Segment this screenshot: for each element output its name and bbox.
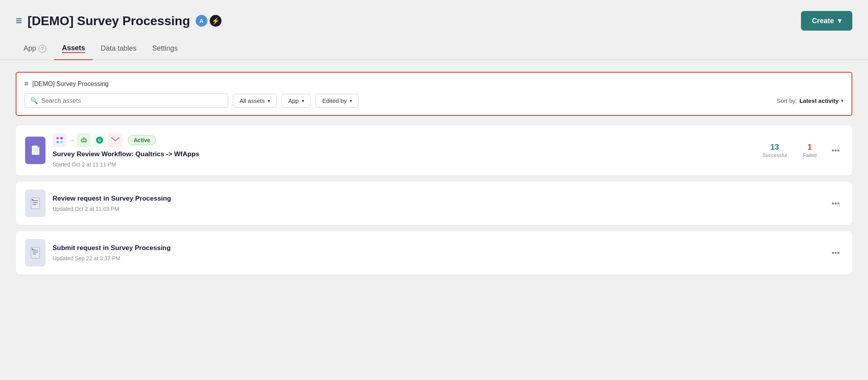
asset-name: Survey Review Workflow: Qualtrics -> WfA… xyxy=(53,150,755,158)
edited-by-chevron: ▾ xyxy=(350,98,352,104)
stat-successful: 13 Successful xyxy=(763,142,787,158)
tab-data-tables-label: Data tables xyxy=(101,44,136,53)
all-assets-chevron: ▾ xyxy=(268,98,270,104)
nav-tabs: App ? Assets Data tables Settings xyxy=(0,31,868,60)
edited-by-label: Edited by xyxy=(322,97,347,104)
tab-settings-label: Settings xyxy=(152,44,178,53)
workflow-icons: → xyxy=(53,133,122,147)
svg-point-2 xyxy=(56,141,59,143)
svg-rect-6 xyxy=(84,140,85,141)
svg-rect-4 xyxy=(81,139,87,142)
asset-list: 📄 xyxy=(16,125,852,274)
panel-title: ≡ [DEMO] Survey Processing xyxy=(24,80,844,88)
app-filter[interactable]: App ▾ xyxy=(281,94,311,108)
badge-bolt-icon: ⚡ xyxy=(210,15,222,27)
more-options-button[interactable]: ••• xyxy=(828,247,843,259)
filters-row: 🔍 All assets ▾ App ▾ Edited by ▾ Sort by… xyxy=(24,93,844,108)
robot-icon xyxy=(77,133,91,147)
search-box[interactable]: 🔍 xyxy=(24,93,228,108)
page-title: [DEMO] Survey Processing xyxy=(27,14,190,28)
workflow-content: → xyxy=(53,133,755,168)
tab-assets[interactable]: Assets xyxy=(54,40,93,60)
table-row[interactable]: Review request in Survey Processing Upda… xyxy=(16,182,852,225)
create-button[interactable]: Create ▾ xyxy=(801,11,852,31)
table-row[interactable]: Submit request in Survey Processing Upda… xyxy=(16,231,852,274)
svg-rect-9 xyxy=(81,140,82,141)
svg-rect-10 xyxy=(86,140,87,141)
workflow-icon-box: 📄 xyxy=(25,137,45,164)
header: ≡ [DEMO] Survey Processing A ⚡ Create ▾ xyxy=(0,0,868,31)
svg-point-1 xyxy=(60,137,63,139)
arrow-icon: → xyxy=(69,137,74,143)
gmail-icon xyxy=(108,133,122,147)
stat-success-number: 13 xyxy=(770,142,779,152)
all-assets-filter[interactable]: All assets ▾ xyxy=(233,94,277,108)
svg-rect-22 xyxy=(33,254,36,254)
svg-text:G: G xyxy=(98,138,101,142)
sort-value[interactable]: Latest activity xyxy=(799,97,839,104)
tab-data-tables[interactable]: Data tables xyxy=(93,40,144,60)
form-icon-box xyxy=(25,190,45,217)
svg-point-3 xyxy=(60,141,63,143)
header-left: ≡ [DEMO] Survey Processing A ⚡ xyxy=(16,14,222,28)
qualtrics-icon xyxy=(53,133,67,147)
search-input[interactable] xyxy=(41,97,222,104)
sort-section: Sort by: Latest activity ▾ xyxy=(777,97,844,104)
more-options-button[interactable]: ••• xyxy=(828,197,843,210)
workflow-top: → xyxy=(53,133,755,147)
panel-stack-icon: ≡ xyxy=(24,80,29,88)
app-filter-label: App xyxy=(288,97,299,104)
stack-icon: ≡ xyxy=(16,15,22,27)
create-label: Create xyxy=(812,17,834,25)
stat-failed: 1 Failed xyxy=(803,142,817,158)
stat-success-label: Successful xyxy=(763,152,787,158)
table-row[interactable]: 📄 xyxy=(16,125,852,175)
asset-meta: Updated Oct 2 at 11:03 PM xyxy=(53,206,817,212)
app-filter-chevron: ▾ xyxy=(302,98,304,104)
svg-point-0 xyxy=(56,137,59,139)
form-icon-box xyxy=(25,239,45,267)
svg-rect-20 xyxy=(33,250,38,250)
asset-name: Submit request in Survey Processing xyxy=(53,244,817,252)
status-badge: Active xyxy=(128,135,156,145)
panel-title-text: [DEMO] Survey Processing xyxy=(33,80,109,88)
stat-failed-label: Failed xyxy=(803,152,817,158)
asset-meta: Started Oct 2 at 11:11 PM xyxy=(53,161,755,168)
svg-rect-21 xyxy=(33,252,38,252)
sort-label: Sort by: xyxy=(777,97,797,104)
badge-container: A ⚡ xyxy=(196,15,222,27)
tab-app[interactable]: App ? xyxy=(16,40,54,60)
main-content: ≡ [DEMO] Survey Processing 🔍 All assets … xyxy=(0,60,868,286)
chatgpt-icon: G xyxy=(93,133,107,147)
stat-failed-number: 1 xyxy=(808,142,812,152)
form-content: Review request in Survey Processing Upda… xyxy=(53,195,817,212)
tab-app-label: App xyxy=(24,44,36,53)
svg-rect-18 xyxy=(32,199,33,201)
tab-app-help-icon[interactable]: ? xyxy=(38,45,46,53)
form-content: Submit request in Survey Processing Upda… xyxy=(53,244,817,261)
stats-container: 13 Successful 1 Failed xyxy=(763,142,817,158)
asset-meta: Updated Sep 22 at 3:37 PM xyxy=(53,255,817,261)
badge-a-icon: A xyxy=(196,15,207,27)
tab-assets-label: Assets xyxy=(62,44,85,53)
assets-panel: ≡ [DEMO] Survey Processing 🔍 All assets … xyxy=(16,72,852,116)
svg-rect-16 xyxy=(33,202,38,203)
search-icon: 🔍 xyxy=(30,97,38,104)
asset-name: Review request in Survey Processing xyxy=(53,195,817,203)
svg-rect-5 xyxy=(82,140,84,141)
tab-settings[interactable]: Settings xyxy=(144,40,185,60)
create-caret: ▾ xyxy=(838,16,841,25)
page-wrapper: ≡ [DEMO] Survey Processing A ⚡ Create ▾ … xyxy=(0,0,868,380)
sort-caret: ▾ xyxy=(841,98,844,104)
svg-rect-23 xyxy=(32,248,33,250)
workflow-doc-icon: 📄 xyxy=(30,145,41,155)
edited-by-filter[interactable]: Edited by ▾ xyxy=(316,94,359,108)
svg-rect-17 xyxy=(33,204,36,205)
svg-rect-15 xyxy=(33,200,38,201)
more-options-button[interactable]: ••• xyxy=(828,144,843,157)
all-assets-label: All assets xyxy=(240,97,265,104)
